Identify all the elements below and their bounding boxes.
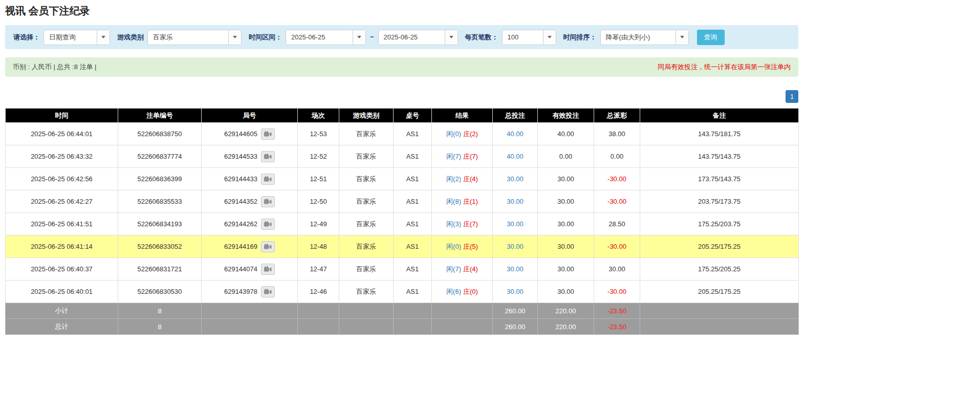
table-row[interactable]: 2025-06-25 06:40:37 522606831721 6291440… bbox=[6, 258, 799, 281]
footer-empty-cell bbox=[202, 303, 298, 319]
video-replay-icon bbox=[264, 221, 272, 227]
footer-empty-cell bbox=[394, 319, 432, 335]
column-header-total-bet: 总投注 bbox=[493, 109, 538, 123]
replay-button[interactable] bbox=[261, 241, 275, 252]
table-row[interactable]: 2025-06-25 06:40:01 522606830530 6291439… bbox=[6, 281, 799, 303]
round-cell: 629144605 bbox=[202, 123, 298, 145]
replay-button[interactable] bbox=[261, 128, 275, 140]
table-row[interactable]: 2025-06-25 06:42:27 522606835533 6291443… bbox=[6, 190, 799, 213]
table-row[interactable]: 2025-06-25 06:44:01 522606838750 6291446… bbox=[6, 123, 799, 145]
game-cell: 百家乐 bbox=[339, 235, 394, 258]
table-row[interactable]: 2025-06-25 06:41:14 522606833052 6291441… bbox=[6, 235, 799, 258]
payout-cell: 30.00 bbox=[594, 258, 640, 281]
chevron-down-icon[interactable] bbox=[228, 30, 241, 45]
session-cell: 12-53 bbox=[298, 123, 339, 145]
valid-bet-cell: 30.00 bbox=[538, 213, 594, 235]
total-bet-link[interactable]: 30.00 bbox=[507, 243, 524, 250]
content-container: 视讯 会员下注纪录 请选择： 日期查询 游戏类别 百家乐 时间区间： 2025-… bbox=[0, 0, 803, 345]
note-cell: 173.75/143.75 bbox=[640, 168, 799, 190]
bet-id-cell: 522606838750 bbox=[118, 123, 202, 145]
table-no-cell: AS1 bbox=[394, 235, 432, 258]
bet-id-cell: 522606831721 bbox=[118, 258, 202, 281]
result-banker: 庄(7) bbox=[463, 153, 478, 160]
replay-button[interactable] bbox=[261, 286, 275, 297]
query-type-value: 日期查询 bbox=[44, 30, 97, 45]
payout-cell: -30.00 bbox=[594, 168, 640, 190]
table-row[interactable]: 2025-06-25 06:41:51 522606834193 6291442… bbox=[6, 213, 799, 235]
query-type-select[interactable]: 日期查询 bbox=[43, 30, 110, 45]
valid-bet-cell: 40.00 bbox=[538, 123, 594, 145]
column-header-note: 备注 bbox=[640, 109, 799, 123]
round-id: 629144169 bbox=[224, 243, 257, 250]
session-cell: 12-49 bbox=[298, 213, 339, 235]
date-to-select[interactable]: 2025-06-25 bbox=[378, 30, 458, 45]
total-bet-link[interactable]: 30.00 bbox=[507, 288, 524, 295]
game-type-group: 游戏类别 百家乐 bbox=[117, 30, 242, 45]
sort-order-label: 时间排序： bbox=[563, 33, 597, 42]
video-replay-icon bbox=[264, 289, 272, 295]
summary-info: 币别 : 人民币 | 总共 :8 注单 | bbox=[13, 62, 97, 72]
summary-bar: 币别 : 人民币 | 总共 :8 注单 | 同局有效投注，统一计算在该局第一张注… bbox=[5, 57, 798, 77]
date-from-value: 2025-06-25 bbox=[286, 30, 353, 45]
chevron-down-icon[interactable] bbox=[353, 30, 365, 45]
page-size-value: 100 bbox=[503, 30, 543, 45]
total-bet-link[interactable]: 30.00 bbox=[507, 220, 524, 228]
video-replay-icon bbox=[264, 154, 272, 160]
bet-records-table: 时间 注单编号 局号 场次 游戏类别 桌号 结果 总投注 有效投注 总派彩 备注… bbox=[5, 108, 799, 335]
total-bet-link[interactable]: 40.00 bbox=[507, 153, 524, 160]
replay-button[interactable] bbox=[261, 264, 275, 275]
time-cell: 2025-06-25 06:41:51 bbox=[6, 213, 118, 235]
sort-order-value: 降幂(由大到小) bbox=[601, 30, 676, 45]
table-no-cell: AS1 bbox=[394, 258, 432, 281]
round-cell: 629144074 bbox=[202, 258, 298, 281]
time-cell: 2025-06-25 06:40:37 bbox=[6, 258, 118, 281]
round-cell: 629144169 bbox=[202, 235, 298, 258]
table-row[interactable]: 2025-06-25 06:42:56 522606836399 6291444… bbox=[6, 168, 799, 190]
result-banker: 庄(7) bbox=[463, 220, 478, 228]
page-size-select[interactable]: 100 bbox=[502, 30, 556, 45]
replay-button[interactable] bbox=[261, 196, 275, 207]
replay-button[interactable] bbox=[261, 151, 275, 162]
chevron-down-icon[interactable] bbox=[676, 30, 688, 45]
valid-bet-cell: 30.00 bbox=[538, 190, 594, 213]
pagination: 1 bbox=[5, 90, 798, 103]
total-bet-link[interactable]: 30.00 bbox=[507, 198, 524, 205]
grand-total-total-bet: 260.00 bbox=[493, 319, 538, 335]
result-cell: 闲(8)庄(1) bbox=[432, 190, 493, 213]
column-header-valid-bet: 有效投注 bbox=[538, 109, 594, 123]
subtotal-valid-bet: 220.00 bbox=[538, 303, 594, 319]
date-from-select[interactable]: 2025-06-25 bbox=[286, 30, 366, 45]
search-button[interactable]: 查询 bbox=[697, 30, 725, 45]
chevron-down-icon[interactable] bbox=[543, 30, 556, 45]
total-bet-cell: 40.00 bbox=[493, 123, 538, 145]
footer-empty-cell bbox=[394, 303, 432, 319]
game-type-select[interactable]: 百家乐 bbox=[147, 30, 242, 45]
chevron-down-icon[interactable] bbox=[445, 30, 458, 45]
time-range-group: 时间区间： 2025-06-25 ~ 2025-06-25 bbox=[249, 30, 458, 45]
session-cell: 12-48 bbox=[298, 235, 339, 258]
page-button-1[interactable]: 1 bbox=[786, 90, 798, 103]
result-cell: 闲(0)庄(2) bbox=[432, 123, 493, 145]
table-row[interactable]: 2025-06-25 06:43:32 522606837774 6291445… bbox=[6, 145, 799, 168]
total-bet-link[interactable]: 40.00 bbox=[507, 130, 524, 138]
total-bet-link[interactable]: 30.00 bbox=[507, 175, 524, 183]
note-cell: 143.75/143.75 bbox=[640, 145, 799, 168]
footer-empty-cell bbox=[640, 303, 799, 319]
total-bet-link[interactable]: 30.00 bbox=[507, 265, 524, 273]
column-header-payout: 总派彩 bbox=[594, 109, 640, 123]
valid-bet-cell: 0.00 bbox=[538, 145, 594, 168]
sort-order-select[interactable]: 降幂(由大到小) bbox=[600, 30, 689, 45]
time-cell: 2025-06-25 06:41:14 bbox=[6, 235, 118, 258]
bet-id-cell: 522606836399 bbox=[118, 168, 202, 190]
valid-bet-cell: 30.00 bbox=[538, 281, 594, 303]
subtotal-label: 小计 bbox=[6, 303, 118, 319]
round-cell: 629143978 bbox=[202, 281, 298, 303]
chevron-down-icon[interactable] bbox=[97, 30, 110, 45]
caret-icon bbox=[101, 36, 105, 38]
round-id: 629144074 bbox=[224, 265, 257, 273]
column-header-bet-id: 注单编号 bbox=[118, 109, 202, 123]
replay-button[interactable] bbox=[261, 174, 275, 185]
caret-icon bbox=[548, 36, 552, 38]
result-banker: 庄(4) bbox=[463, 175, 478, 183]
replay-button[interactable] bbox=[261, 219, 275, 230]
